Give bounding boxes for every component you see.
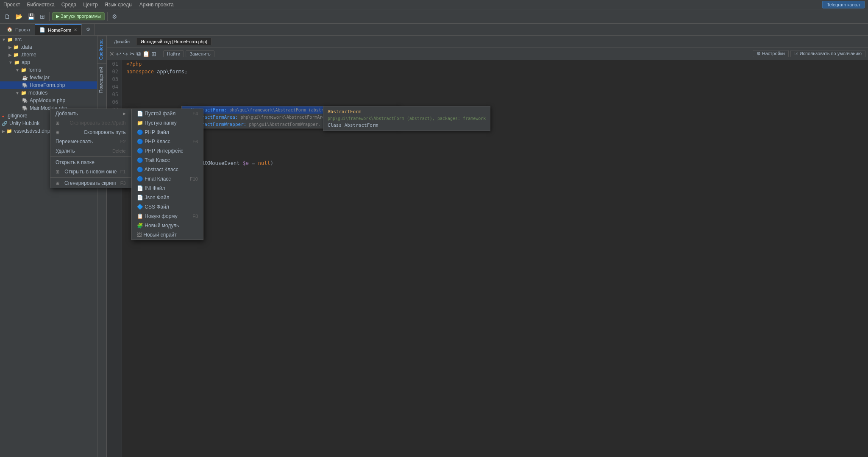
cm-shortcut-window: F1 (120, 169, 126, 174)
sm-item-empty-folder[interactable]: 📁 Пустую папку (132, 118, 203, 128)
sm-item-final-class[interactable]: 🔵 Final Класс F10 (132, 174, 203, 184)
sm-icon-php-interface: 🔵 (137, 148, 143, 154)
sidebar-item-src[interactable]: ▼ 📁 src (0, 36, 97, 43)
sidebar-item-app[interactable]: ▼ 📁 app (0, 59, 97, 66)
sm-icon-php-class: 🔵 (137, 139, 143, 145)
menu-library[interactable]: Библиотека (27, 2, 55, 8)
folder-icon-theme: 📁 (13, 52, 19, 58)
sm-item-php-class[interactable]: 🔵 PHP Класс F6 (132, 137, 203, 146)
sidebar-item-modules[interactable]: ▼ 📁 modules (0, 89, 97, 97)
sm-icon-empty-folder: 📁 (137, 120, 143, 126)
sm-label-php-class: PHP Класс (145, 139, 170, 145)
tab-homeform[interactable]: 📄 HomeForm ✕ (35, 24, 82, 35)
sidebar-item-appmodule[interactable]: 🐘 AppModule.php (0, 97, 97, 104)
sm-label-new-form: Новую форму (145, 213, 177, 219)
cm-icon-window: ⊞ (56, 169, 59, 175)
code-area[interactable]: 0102030405 0607080910 1112131415 <?php n… (107, 60, 868, 457)
cm-item-open-folder[interactable]: Открыть в папке (50, 158, 131, 167)
sm-item-json-file[interactable]: 📄 Json Файл (132, 193, 203, 202)
search-close-btn[interactable]: ✕ (109, 50, 114, 57)
sm-label-new-module: Новый модуль (145, 223, 179, 228)
open-btn[interactable]: 📂 (14, 12, 24, 21)
redo-btn[interactable]: ↪ (123, 50, 128, 57)
folder-icon-data: 📁 (13, 45, 19, 50)
sidebar-item-forms[interactable]: ▼ 📁 forms (0, 66, 97, 74)
cm-item-delete[interactable]: Удалить Delete (50, 146, 131, 156)
sm-icon-new-sprite: 🖼 (137, 232, 142, 238)
info-panel: AbstractForm php\gui\framework\AbstractF… (323, 106, 490, 131)
find-btn[interactable]: Найти (163, 50, 184, 57)
vertical-label-rooms[interactable]: Помещений (97, 63, 106, 96)
use-default-btn[interactable]: ☑ Использовать по умолчанию (790, 50, 865, 57)
cm-item-open-window[interactable]: ⊞ Открыть в новом окне F1 (50, 167, 131, 176)
cm-icon-gen: ⊞ (56, 181, 59, 186)
sidebar-item-homeform[interactable]: 🐘 HomeForm.php (0, 81, 97, 89)
telegram-button[interactable]: Telegram канал (822, 1, 865, 8)
vertical-label-properties[interactable]: Свойства (97, 36, 106, 63)
settings-icon-btn[interactable]: ⚙ (110, 12, 119, 21)
sm-icon-php-file: 🔵 (137, 129, 143, 135)
tab-settings[interactable]: ⚙ (82, 24, 95, 35)
run-button[interactable]: ▶ Запуск программы (52, 12, 105, 20)
cm-item-copy-path[interactable]: ⊞ Скопировать путь (50, 128, 131, 137)
jar-icon: ☕ (22, 75, 28, 81)
top-menu-bar: Проект Библиотека Среда Центр Язык среды… (0, 0, 868, 9)
tab-homeform-label: HomeForm (48, 28, 71, 33)
sm-item-empty-file[interactable]: 📄 Пустой файл F4 (132, 109, 203, 118)
cm-item-rename[interactable]: Переименовать F2 (50, 137, 131, 146)
menu-lang[interactable]: Язык среды (105, 2, 133, 8)
editor-tabs-bar: Дизайн Исходный код [HomeForm.php] (107, 36, 868, 47)
sm-item-php-file[interactable]: 🔵 PHP Файл (132, 128, 203, 137)
sm-item-php-interface[interactable]: 🔵 PHP Интерфейс (132, 146, 203, 156)
cm-label-add: Добавить (56, 111, 78, 117)
menu-env[interactable]: Среда (61, 2, 76, 8)
editor-tab-design[interactable]: Дизайн (109, 38, 134, 45)
sm-item-new-sprite[interactable]: 🖼 Новый спрайт (132, 230, 203, 240)
sep-1 (49, 12, 50, 21)
sidebar-label-unity: Unity Hub.lnk (9, 120, 39, 126)
sm-icon-new-form: 📋 (137, 213, 143, 219)
tabs-row: 🏠 Проект 📄 HomeForm ✕ ⚙ (0, 24, 868, 36)
sm-item-new-module[interactable]: 🧩 Новый модуль (132, 221, 203, 230)
settings-btn[interactable]: ⚙ Настройки (753, 50, 789, 57)
sm-label-php-interface: PHP Интерфейс (145, 148, 183, 154)
sidebar-item-data[interactable]: ▶ 📁 .data (0, 43, 97, 51)
sm-item-css-file[interactable]: 🔷 CSS Файл (132, 202, 203, 212)
sidebar-label-forms: forms (28, 67, 41, 73)
cm-item-gen-script[interactable]: ⊞ Сгенерировать скрипт F3 (50, 178, 131, 188)
sidebar-item-jar[interactable]: ☕ fewfw.jar (0, 74, 97, 81)
sidebar-item-theme[interactable]: ▶ 📁 .theme (0, 51, 97, 59)
arrow-modules: ▼ (15, 91, 19, 95)
tab-project[interactable]: 🏠 Проект (3, 24, 35, 35)
cut-btn[interactable]: ✂ (130, 50, 135, 57)
lnk-icon: 🔗 (2, 121, 8, 126)
sm-label-json-file: Json Файл (145, 195, 169, 201)
sm-item-new-form[interactable]: 📋 Новую форму F8 (132, 212, 203, 221)
menu-center[interactable]: Центр (83, 2, 97, 8)
sm-item-trait-class[interactable]: 🔵 Trait Класс (132, 156, 203, 165)
save-btn[interactable]: 💾 (26, 12, 36, 21)
menu-project[interactable]: Проект (3, 2, 20, 8)
menu-archive[interactable]: Архив проекта (139, 2, 174, 8)
tab-homeform-close[interactable]: ✕ (74, 28, 77, 32)
copy-btn[interactable]: ⧉ (136, 50, 141, 57)
arrow-data: ▶ (8, 45, 12, 50)
sm-item-abstract-class[interactable]: 🔵 Abstract Класс (132, 165, 203, 174)
replace-btn[interactable]: Заменить (186, 50, 214, 57)
sm-icon-ini: 📄 (137, 185, 143, 191)
undo-btn[interactable]: ↩ (116, 50, 121, 57)
git-icon: ⬥ (2, 113, 5, 118)
tab-project-label: Проект (15, 27, 31, 32)
search-toolbar: ✕ ↩ ↪ ✂ ⧉ 📋 ⊞ Найти Заменить ⚙ Настройки… (107, 47, 868, 60)
paste-btn[interactable]: 📋 (142, 50, 150, 57)
cm-item-add[interactable]: Добавить (50, 109, 131, 118)
sm-label-ini-file: INI Файл (145, 185, 165, 191)
format-btn[interactable]: ⊞ (151, 50, 156, 57)
cm-shortcut-rename: F2 (120, 139, 126, 144)
new-file-btn[interactable]: 🗋 (3, 12, 12, 21)
save-all-btn[interactable]: ⊞ (38, 12, 47, 21)
sm-item-ini-file[interactable]: 📄 INI Файл (132, 184, 203, 193)
arrow-vssvd: ▶ (2, 129, 5, 134)
cm-label-gen-script: Сгенерировать скрипт (64, 180, 117, 186)
editor-tab-source[interactable]: Исходный код [HomeForm.php] (136, 38, 212, 45)
